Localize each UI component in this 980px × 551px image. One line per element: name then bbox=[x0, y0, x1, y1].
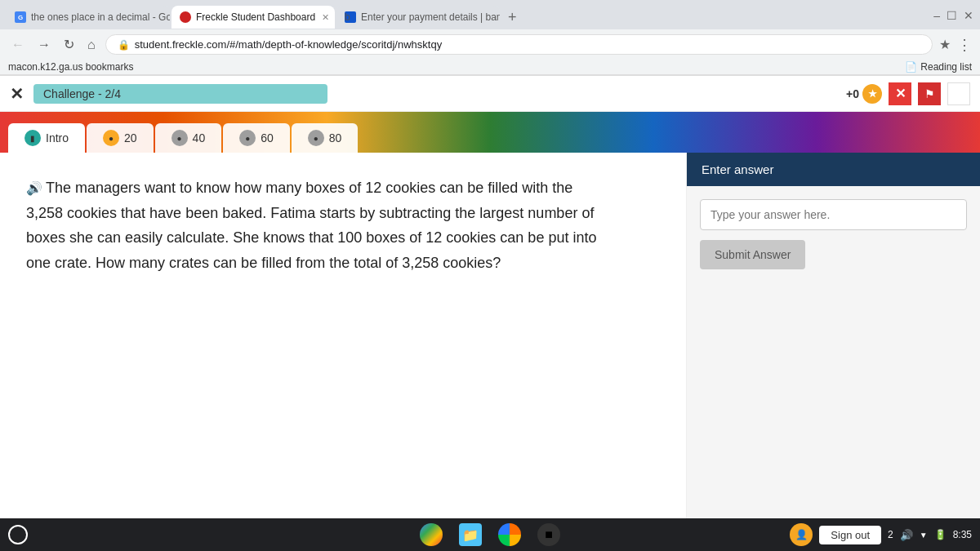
close-window-icon[interactable]: ✕ bbox=[964, 9, 973, 22]
volume-icon[interactable]: 🔊 bbox=[900, 529, 913, 541]
tab-google-label: the ones place in a decimal - Go bbox=[31, 11, 170, 23]
tab-google[interactable]: G the ones place in a decimal - Go ✕ bbox=[7, 6, 170, 29]
tab-freckle-close[interactable]: ✕ bbox=[320, 11, 331, 24]
score-badge: +0 ★ bbox=[846, 84, 882, 104]
browser-controls: ← → ↻ ⌂ 🔒 student.freckle.com/#/math/dep… bbox=[0, 29, 980, 60]
tab-bank[interactable]: b Enter your payment details | ban ✕ bbox=[336, 6, 500, 29]
answer-input[interactable] bbox=[700, 199, 967, 230]
bookmarks-bar: macon.k12.ga.us bookmarks 📄 Reading list bbox=[0, 60, 980, 75]
tab80-icon: ● bbox=[308, 130, 324, 146]
freckle-favicon bbox=[180, 11, 191, 23]
square-button[interactable] bbox=[947, 82, 970, 105]
home-button[interactable]: ⌂ bbox=[84, 36, 99, 54]
bookmark-item[interactable]: macon.k12.ga.us bookmarks bbox=[8, 61, 133, 73]
answer-body: Submit Answer bbox=[687, 186, 980, 282]
flag-button[interactable]: ⚑ bbox=[918, 82, 941, 105]
tab-bar: G the ones place in a decimal - Go ✕ Fre… bbox=[0, 0, 980, 29]
answer-header: Enter answer bbox=[687, 153, 980, 186]
battery-icon: 🔋 bbox=[934, 529, 947, 540]
more-options-icon[interactable]: ⋮ bbox=[957, 36, 972, 54]
answer-panel: Enter answer Submit Answer bbox=[686, 153, 980, 549]
coin-icon: ★ bbox=[862, 84, 882, 104]
tab-freckle-label: Freckle Student Dashboard bbox=[196, 11, 315, 23]
os-circle-icon[interactable] bbox=[8, 525, 28, 544]
browser-chrome: G the ones place in a decimal - Go ✕ Fre… bbox=[0, 0, 980, 76]
tab-intro-label: Intro bbox=[46, 131, 69, 144]
time-display: 8:35 bbox=[953, 529, 972, 540]
tab60-icon: ● bbox=[239, 130, 256, 146]
tab-freckle[interactable]: Freckle Student Dashboard ✕ bbox=[172, 6, 335, 29]
reading-list-label: Reading list bbox=[920, 61, 972, 73]
reload-button[interactable]: ↻ bbox=[60, 35, 78, 54]
reading-list-icon: 📄 bbox=[905, 61, 917, 73]
intro-icon: ▮ bbox=[24, 130, 41, 146]
question-body: The managers want to know how many boxes… bbox=[26, 180, 596, 271]
forward-button[interactable]: → bbox=[34, 36, 54, 54]
question-area: 🔊The managers want to know how many boxe… bbox=[0, 153, 686, 549]
tab-20-label: 20 bbox=[124, 131, 137, 144]
tab-40-label: 40 bbox=[193, 131, 206, 144]
speaker-icon[interactable]: 🔊 bbox=[26, 177, 42, 199]
reading-list[interactable]: 📄 Reading list bbox=[905, 61, 972, 73]
task-number: 2 bbox=[888, 529, 893, 540]
back-button[interactable]: ← bbox=[8, 36, 28, 54]
progress-tabs: ▮ Intro ● 20 ● 40 ● 60 ● 80 bbox=[0, 112, 980, 153]
tab20-icon: ● bbox=[103, 130, 119, 146]
tab-bank-label: Enter your payment details | ban bbox=[361, 11, 500, 23]
maximize-icon[interactable]: ☐ bbox=[947, 9, 957, 22]
google-favicon: G bbox=[15, 11, 26, 23]
bank-favicon: b bbox=[345, 11, 356, 23]
address-bar[interactable]: 🔒 student.freckle.com/#/math/depth-of-kn… bbox=[105, 34, 933, 55]
tab-60-label: 60 bbox=[261, 131, 274, 144]
taskbar-right: 👤 Sign out 2 🔊 ▼ 🔋 8:35 bbox=[790, 523, 972, 546]
taskbar: 📁 ■ 👤 Sign out 2 🔊 ▼ 🔋 8:35 bbox=[0, 518, 980, 551]
app-area: ✕ Challenge - 2/4 +0 ★ ✕ ⚑ ▮ Intro ● 20 … bbox=[0, 76, 980, 549]
question-text: 🔊The managers want to know how many boxe… bbox=[26, 176, 598, 275]
progress-bar-area: ▮ Intro ● 20 ● 40 ● 60 ● 80 bbox=[0, 112, 980, 153]
tab-20[interactable]: ● 20 bbox=[87, 123, 154, 153]
score-value: +0 bbox=[846, 87, 859, 100]
x-red-button[interactable]: ✕ bbox=[889, 82, 911, 105]
tab-40[interactable]: ● 40 bbox=[155, 123, 222, 153]
arrow-down-icon[interactable]: ▼ bbox=[920, 531, 928, 540]
tab-80-label: 80 bbox=[329, 131, 342, 144]
files-icon[interactable]: 📁 bbox=[459, 523, 482, 546]
sign-out-button[interactable]: Sign out bbox=[819, 526, 881, 544]
browser-actions: ★ ⋮ bbox=[939, 36, 972, 54]
tab40-icon: ● bbox=[172, 130, 188, 146]
top-bar: ✕ Challenge - 2/4 +0 ★ ✕ ⚑ bbox=[0, 76, 980, 112]
challenge-badge: Challenge - 2/4 bbox=[33, 84, 327, 104]
play-icon[interactable] bbox=[498, 523, 521, 546]
bookmark-star-icon[interactable]: ★ bbox=[939, 37, 951, 52]
taskbar-left bbox=[8, 525, 28, 544]
submit-button[interactable]: Submit Answer bbox=[700, 240, 805, 269]
user-app-icon[interactable]: ■ bbox=[537, 523, 560, 546]
chrome-icon[interactable] bbox=[420, 523, 443, 546]
url-text: student.freckle.com/#/math/depth-of-know… bbox=[135, 38, 920, 51]
tab-intro[interactable]: ▮ Intro bbox=[8, 123, 85, 153]
new-tab-button[interactable]: + bbox=[501, 9, 523, 26]
lock-icon: 🔒 bbox=[118, 39, 130, 51]
tab-80[interactable]: ● 80 bbox=[292, 123, 359, 153]
minimize-icon[interactable]: – bbox=[933, 9, 940, 22]
user-avatar[interactable]: 👤 bbox=[790, 523, 813, 546]
close-button[interactable]: ✕ bbox=[10, 84, 24, 104]
top-right: +0 ★ ✕ ⚑ bbox=[846, 82, 970, 105]
tab-60[interactable]: ● 60 bbox=[223, 123, 290, 153]
main-content: 🔊The managers want to know how many boxe… bbox=[0, 153, 980, 549]
